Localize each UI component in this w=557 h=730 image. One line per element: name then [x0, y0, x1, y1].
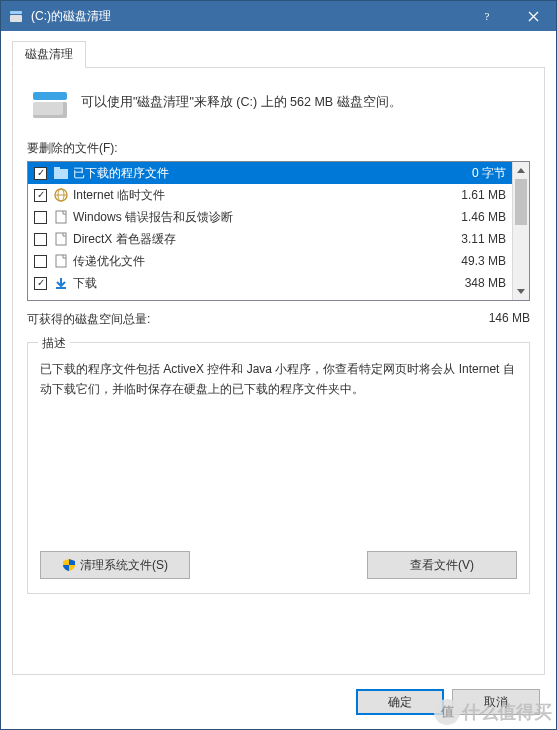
- list-item[interactable]: ✓ 下载 348 MB: [28, 272, 512, 294]
- total-label: 可获得的磁盘空间总量:: [27, 311, 150, 328]
- list-item-name: 传递优化文件: [73, 253, 453, 270]
- disk-cleanup-icon: [9, 8, 25, 24]
- watermark: 值 什么值得买: [434, 699, 552, 725]
- scroll-track[interactable]: [513, 179, 529, 283]
- drive-icon: [31, 88, 69, 122]
- list-item[interactable]: 传递优化文件 49.3 MB: [28, 250, 512, 272]
- chevron-down-icon: [517, 289, 525, 294]
- dialog-window: (C:)的磁盘清理 ? 磁盘清理 可以使用"磁盘清理"来释放 (C:) 上的 5…: [0, 0, 557, 730]
- checkbox-icon[interactable]: ✓: [34, 277, 47, 290]
- globe-icon: [53, 187, 69, 203]
- watermark-text: 什么值得买: [462, 700, 552, 724]
- list-item[interactable]: Windows 错误报告和反馈诊断 1.46 MB: [28, 206, 512, 228]
- scrollbar[interactable]: [512, 162, 529, 300]
- ok-button[interactable]: 确定: [356, 689, 444, 715]
- clean-system-files-button[interactable]: 清理系统文件(S): [40, 551, 190, 579]
- close-icon: [528, 11, 539, 22]
- watermark-badge: 值: [434, 699, 460, 725]
- list-item-size: 1.46 MB: [453, 210, 506, 224]
- svg-rect-9: [56, 233, 66, 245]
- list-item[interactable]: DirectX 着色器缓存 3.11 MB: [28, 228, 512, 250]
- list-item-name: 下载: [73, 275, 457, 292]
- svg-rect-8: [56, 211, 66, 223]
- client-area: 磁盘清理 可以使用"磁盘清理"来释放 (C:) 上的 562 MB 磁盘空间。 …: [1, 31, 556, 729]
- files-listbox[interactable]: ✓ 已下载的程序文件 0 字节 ✓ Internet 临时文件 1.6: [27, 161, 530, 301]
- file-icon: [53, 231, 69, 247]
- description-text: 已下载的程序文件包括 ActiveX 控件和 Java 小程序，你查看特定网页时…: [40, 359, 517, 400]
- files-listbox-inner: ✓ 已下载的程序文件 0 字节 ✓ Internet 临时文件 1.6: [28, 162, 512, 300]
- download-icon: [53, 275, 69, 291]
- svg-marker-13: [517, 289, 525, 294]
- list-item-name: DirectX 着色器缓存: [73, 231, 453, 248]
- list-item-name: Internet 临时文件: [73, 187, 453, 204]
- titlebar[interactable]: (C:)的磁盘清理 ?: [1, 1, 556, 31]
- file-icon: [53, 209, 69, 225]
- list-item-size: 49.3 MB: [453, 254, 506, 268]
- intro-row: 可以使用"磁盘清理"来释放 (C:) 上的 562 MB 磁盘空间。: [27, 88, 530, 122]
- checkbox-icon[interactable]: [34, 233, 47, 246]
- checkbox-icon[interactable]: [34, 211, 47, 224]
- scroll-thumb[interactable]: [515, 179, 527, 225]
- scroll-up-button[interactable]: [513, 162, 529, 179]
- list-item-size: 3.11 MB: [453, 232, 506, 246]
- help-icon: ?: [481, 10, 493, 22]
- svg-text:?: ?: [485, 10, 490, 22]
- list-item-name: Windows 错误报告和反馈诊断: [73, 209, 453, 226]
- description-legend: 描述: [38, 335, 70, 352]
- svg-rect-10: [56, 255, 66, 267]
- clean-system-files-label: 清理系统文件(S): [80, 557, 168, 574]
- folder-icon: [53, 165, 69, 181]
- checkbox-icon[interactable]: ✓: [34, 189, 47, 202]
- view-files-label: 查看文件(V): [410, 557, 474, 574]
- svg-marker-12: [517, 168, 525, 173]
- help-button[interactable]: ?: [464, 1, 510, 31]
- list-item-name: 已下载的程序文件: [73, 165, 464, 182]
- shield-icon: [62, 558, 76, 572]
- files-to-delete-label: 要删除的文件(F):: [27, 140, 530, 157]
- svg-rect-4: [54, 167, 60, 171]
- view-files-button[interactable]: 查看文件(V): [367, 551, 517, 579]
- group-button-row: 清理系统文件(S) 查看文件(V): [40, 551, 517, 579]
- list-item-size: 1.61 MB: [453, 188, 506, 202]
- checkbox-icon[interactable]: ✓: [34, 167, 47, 180]
- list-item[interactable]: ✓ 已下载的程序文件 0 字节: [28, 162, 512, 184]
- total-value: 146 MB: [489, 311, 530, 328]
- intro-text: 可以使用"磁盘清理"来释放 (C:) 上的 562 MB 磁盘空间。: [81, 88, 402, 112]
- list-item[interactable]: ✓ Internet 临时文件 1.61 MB: [28, 184, 512, 206]
- chevron-up-icon: [517, 168, 525, 173]
- window-title: (C:)的磁盘清理: [31, 8, 111, 25]
- ok-label: 确定: [388, 694, 412, 711]
- close-button[interactable]: [510, 1, 556, 31]
- total-row: 可获得的磁盘空间总量: 146 MB: [27, 311, 530, 328]
- list-item-size: 0 字节: [464, 165, 506, 182]
- tabstrip: 磁盘清理: [12, 41, 545, 67]
- file-icon: [53, 253, 69, 269]
- checkbox-icon[interactable]: [34, 255, 47, 268]
- tab-disk-cleanup[interactable]: 磁盘清理: [12, 41, 86, 68]
- scroll-down-button[interactable]: [513, 283, 529, 300]
- tab-panel: 可以使用"磁盘清理"来释放 (C:) 上的 562 MB 磁盘空间。 要删除的文…: [12, 67, 545, 675]
- list-item-size: 348 MB: [457, 276, 506, 290]
- description-group: 描述 已下载的程序文件包括 ActiveX 控件和 Java 小程序，你查看特定…: [27, 342, 530, 594]
